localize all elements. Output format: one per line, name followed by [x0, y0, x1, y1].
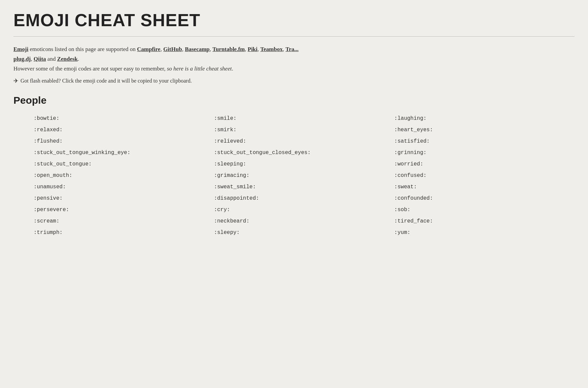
emoji-code-item[interactable]: :neckbeard:	[214, 215, 394, 227]
emoji-code-item[interactable]: :persevere:	[34, 204, 214, 215]
emoji-code-item[interactable]: :tired_face:	[394, 215, 575, 227]
emoji-code-item[interactable]: :stuck_out_tongue:	[34, 158, 214, 170]
emoji-link[interactable]: Emoji	[13, 46, 28, 52]
emoji-code-item[interactable]: :sleepy:	[214, 227, 394, 238]
emoji-code-item[interactable]: :flushed:	[34, 136, 214, 147]
emoji-code-item[interactable]: :worried:	[394, 158, 575, 170]
arrow-icon: ✈	[13, 77, 18, 85]
emoji-code-item[interactable]: :sweat_smile:	[214, 181, 394, 193]
emoji-code-item[interactable]: :yum:	[394, 227, 575, 238]
emoji-code-item[interactable]: :unamused:	[34, 181, 214, 193]
emoji-code-item[interactable]: :relaxed:	[34, 124, 214, 136]
emoji-code-item[interactable]: :stuck_out_tongue_closed_eyes:	[214, 147, 394, 158]
people-section: People :bowtie::smile::laughing::relaxed…	[13, 95, 575, 238]
people-section-title: People	[13, 95, 575, 106]
piki-link[interactable]: Piki	[248, 46, 257, 52]
emoji-code-item[interactable]: :cry:	[214, 204, 394, 215]
campfire-link[interactable]: Campfire	[137, 46, 161, 52]
emoji-code-item[interactable]: :scream:	[34, 215, 214, 227]
emoji-code-item[interactable]: :smile:	[214, 113, 394, 124]
emoji-grid: :bowtie::smile::laughing::relaxed::smirk…	[34, 113, 575, 238]
emoji-code-item[interactable]: :laughing:	[394, 113, 575, 124]
emoji-code-item[interactable]: :bowtie:	[34, 113, 214, 124]
zendesk-link[interactable]: Zendesk	[57, 56, 78, 62]
intro-text-2: However some of the emoji codes are not …	[13, 65, 233, 72]
emoji-code-item[interactable]: :heart_eyes:	[394, 124, 575, 136]
emoji-code-item[interactable]: :smirk:	[214, 124, 394, 136]
emoji-code-item[interactable]: :grinning:	[394, 147, 575, 158]
flash-text: Got flash enabled? Click the emoji code …	[20, 78, 192, 84]
qiita-link[interactable]: Qiita	[34, 56, 46, 62]
page-title: EMOJI CHEAT SHEET	[13, 10, 575, 30]
plugdj-link[interactable]: plug.dj	[13, 56, 31, 62]
intro-paragraph: Emoji emoticons listed on this page are …	[13, 45, 575, 74]
github-link[interactable]: GitHub	[163, 46, 182, 52]
emoji-code-item[interactable]: :pensive:	[34, 193, 214, 204]
emoji-code-item[interactable]: :sweat:	[394, 181, 575, 193]
emoji-code-item[interactable]: :open_mouth:	[34, 170, 214, 181]
emoji-code-item[interactable]: :confounded:	[394, 193, 575, 204]
turntable-link[interactable]: Turntable.fm	[212, 46, 245, 52]
emoji-code-item[interactable]: :stuck_out_tongue_winking_eye:	[34, 147, 214, 158]
intro-text-1: emoticons listed on this page are suppor…	[28, 46, 137, 52]
title-divider	[13, 36, 575, 37]
flash-note: ✈ Got flash enabled? Click the emoji cod…	[13, 77, 575, 85]
emoji-code-item[interactable]: :triumph:	[34, 227, 214, 238]
emoji-code-item[interactable]: :sleeping:	[214, 158, 394, 170]
teambox-link[interactable]: Teambox	[260, 46, 283, 52]
emoji-code-item[interactable]: :satisfied:	[394, 136, 575, 147]
emoji-code-item[interactable]: :confused:	[394, 170, 575, 181]
emoji-code-item[interactable]: :sob:	[394, 204, 575, 215]
basecamp-link[interactable]: Basecamp	[185, 46, 210, 52]
emoji-code-item[interactable]: :disappointed:	[214, 193, 394, 204]
emoji-code-item[interactable]: :grimacing:	[214, 170, 394, 181]
tra-link[interactable]: Tra...	[286, 46, 299, 52]
emoji-code-item[interactable]: :relieved:	[214, 136, 394, 147]
